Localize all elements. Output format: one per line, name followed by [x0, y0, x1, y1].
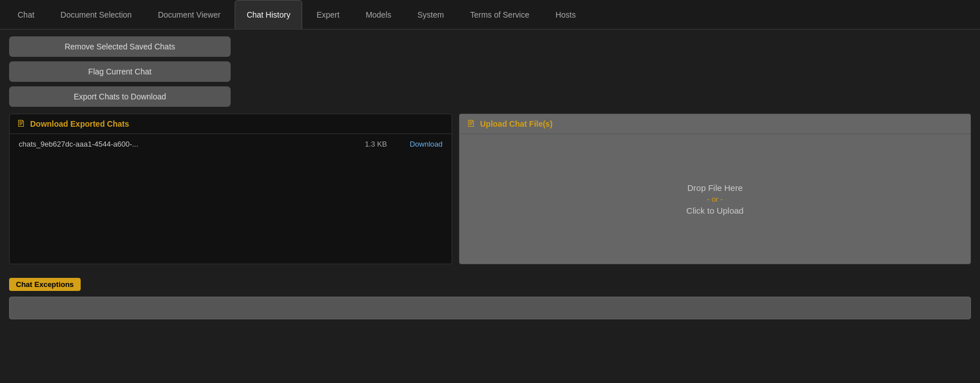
tab-bar: Chat Document Selection Document Viewer …	[0, 0, 980, 30]
tab-system[interactable]: System	[406, 0, 456, 29]
download-panel-title: Download Exported Chats	[30, 119, 129, 128]
export-chats-button[interactable]: Export Chats to Download	[9, 86, 231, 107]
file-name: chats_9eb627dc-aaa1-4544-a600-...	[19, 140, 365, 148]
panels-row: 🖹 Download Exported Chats chats_9eb627dc…	[9, 114, 971, 264]
file-icon: 🖹	[16, 119, 26, 129]
upload-panel-header: 🖹 Upload Chat File(s)	[460, 114, 970, 134]
drop-text: Drop File Here	[687, 183, 743, 193]
upload-panel: 🖹 Upload Chat File(s) Drop File Here - o…	[459, 114, 971, 264]
upload-panel-title: Upload Chat File(s)	[480, 119, 553, 128]
tab-document-selection[interactable]: Document Selection	[49, 0, 144, 29]
file-size: 1.3 KB	[365, 140, 387, 148]
tab-terms-of-service[interactable]: Terms of Service	[458, 0, 541, 29]
download-panel: 🖹 Download Exported Chats chats_9eb627dc…	[9, 114, 452, 264]
tab-chat[interactable]: Chat	[6, 0, 47, 29]
remove-selected-button[interactable]: Remove Selected Saved Chats	[9, 36, 231, 57]
file-row: chats_9eb627dc-aaa1-4544-a600-... 1.3 KB…	[10, 134, 452, 154]
click-to-upload-text: Click to Upload	[686, 206, 744, 215]
exceptions-input[interactable]	[9, 297, 971, 319]
main-content: Remove Selected Saved Chats Flag Current…	[0, 30, 980, 383]
upload-file-icon: 🖹	[466, 119, 476, 129]
tab-expert[interactable]: Expert	[305, 0, 351, 29]
download-link[interactable]: Download	[410, 140, 443, 148]
tab-models[interactable]: Models	[354, 0, 403, 29]
tab-document-viewer[interactable]: Document Viewer	[146, 0, 232, 29]
tab-hosts[interactable]: Hosts	[544, 0, 588, 29]
exceptions-label: Chat Exceptions	[9, 278, 81, 291]
exceptions-section: Chat Exceptions	[9, 278, 971, 319]
flag-current-button[interactable]: Flag Current Chat	[9, 61, 231, 82]
or-text: - or -	[707, 195, 723, 203]
tab-chat-history[interactable]: Chat History	[235, 0, 302, 29]
upload-drop-zone[interactable]: Drop File Here - or - Click to Upload	[460, 134, 970, 264]
download-panel-header: 🖹 Download Exported Chats	[10, 114, 452, 134]
